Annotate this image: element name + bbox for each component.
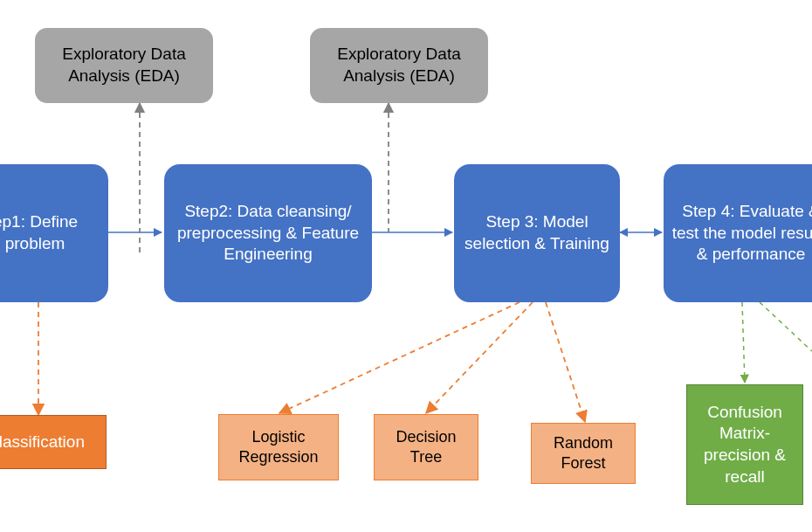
random-forest-label: Random Forest (539, 433, 628, 474)
eda-box-1: Exploratory Data Analysis (EDA) (35, 28, 213, 103)
decision-tree-box: Decision Tree (374, 414, 478, 480)
step3-box: Step 3: Model selection & Training (454, 164, 620, 302)
random-forest-box: Random Forest (531, 423, 636, 484)
step4-box: Step 4: Evaluate & test the model result… (664, 164, 812, 302)
logistic-regression-label: Logistic Regression (226, 427, 331, 468)
step2-box: Step2: Data cleansing/ preprocessing & F… (164, 164, 372, 302)
step4-label: Step 4: Evaluate & test the model result… (671, 201, 812, 266)
svg-line-9 (742, 302, 745, 383)
eda-box-2: Exploratory Data Analysis (EDA) (310, 28, 488, 103)
step1-box: Step1: Define the problem (0, 164, 108, 302)
step3-label: Step 3: Model selection & Training (461, 211, 613, 254)
logistic-regression-box: Logistic Regression (218, 414, 339, 480)
svg-line-6 (279, 302, 520, 413)
svg-line-7 (426, 302, 533, 413)
confusion-matrix-box: Confusion Matrix- precision & recall (686, 384, 803, 505)
step1-label: Step1: Define the problem (0, 211, 101, 254)
svg-line-10 (760, 302, 812, 351)
eda-label-2: Exploratory Data Analysis (EDA) (317, 44, 481, 86)
confusion-matrix-label: Confusion Matrix- precision & recall (694, 402, 795, 488)
step2-label: Step2: Data cleansing/ preprocessing & F… (171, 201, 365, 266)
eda-label-1: Exploratory Data Analysis (EDA) (42, 44, 206, 86)
classification-label: Classification (0, 432, 85, 453)
svg-line-8 (546, 302, 585, 422)
decision-tree-label: Decision Tree (382, 427, 471, 468)
classification-box: Classification (0, 415, 107, 469)
